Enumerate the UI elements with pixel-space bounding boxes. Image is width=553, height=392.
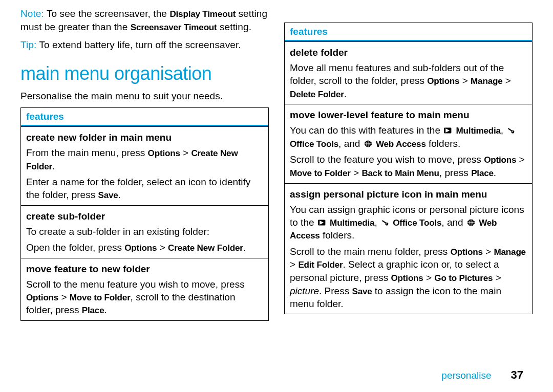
feature-name: move feature to new folder [26, 263, 263, 275]
officetools-icon [380, 219, 390, 227]
feature-step: Scroll to the menu feature you wish to m… [26, 278, 263, 317]
left-column: Note: To see the screensaver, the Displa… [20, 7, 269, 321]
feature-name: create sub-folder [26, 210, 263, 223]
features-header-left: features [21, 108, 268, 126]
feature-step: From the main menu, press Options > Crea… [26, 146, 263, 172]
features-table-right: features delete folder Move all menu fea… [284, 23, 533, 314]
section-heading: main menu organisation [20, 63, 269, 84]
feature-step: To create a sub-folder in an existing fo… [26, 225, 263, 238]
page: Note: To see the screensaver, the Displa… [0, 0, 553, 392]
feature-step: Enter a name for the folder, select an i… [26, 176, 263, 202]
officetools-icon [506, 126, 516, 135]
feature-row-delete-folder: delete folder Move all menu features and… [285, 41, 532, 104]
page-footer: personalise37 [441, 368, 523, 382]
ui-screensaver-timeout: Screensaver Timeout [131, 23, 217, 32]
tip-paragraph: Tip: To extend battery life, turn off th… [20, 38, 269, 51]
note-text-1: To see the screensaver, the [44, 8, 169, 19]
feature-name: move lower-level feature to main menu [290, 108, 527, 121]
feature-row-create-subfolder: create sub-folder To create a sub-folder… [21, 205, 268, 258]
feature-name: create new folder in main menu [26, 131, 263, 144]
feature-step: Scroll to the feature you wish to move, … [290, 153, 527, 179]
feature-step: Move all menu features and sub-folders o… [290, 61, 527, 100]
feature-row-create-folder: create new folder in main menu From the … [21, 126, 268, 205]
features-header-right: features [285, 23, 532, 41]
feature-step: You can assign graphic icons or personal… [290, 203, 527, 242]
feature-step: Open the folder, press Options > Create … [26, 241, 263, 254]
feature-row-assign-picture-icon: assign personal picture icon in main men… [285, 183, 532, 314]
ui-display-timeout: Display Timeout [169, 9, 236, 19]
feature-row-move-feature: move feature to new folder Scroll to the… [21, 258, 268, 320]
right-column: features delete folder Move all menu fea… [284, 7, 533, 321]
footer-section: personalise [441, 370, 491, 381]
feature-step: You can do this with features in the Mul… [290, 124, 527, 150]
feature-name: assign personal picture icon in main men… [290, 188, 527, 201]
webaccess-icon [363, 140, 373, 148]
columns: Note: To see the screensaver, the Displa… [20, 7, 533, 321]
feature-row-move-lower-level: move lower-level feature to main menu Yo… [285, 104, 532, 183]
tip-text: To extend battery life, turn off the scr… [36, 39, 241, 50]
feature-name: delete folder [290, 46, 527, 59]
note-label: Note: [20, 8, 44, 19]
feature-step: Scroll to the main menu folder, press Op… [290, 245, 527, 310]
tip-label: Tip: [20, 39, 36, 50]
footer-page-number: 37 [511, 368, 523, 381]
section-intro: Personalise the main menu to suit your n… [20, 90, 269, 102]
note-text-3: setting. [217, 21, 251, 32]
note-paragraph: Note: To see the screensaver, the Displa… [20, 7, 269, 33]
webaccess-icon [466, 219, 476, 227]
multimedia-icon [443, 126, 453, 135]
multimedia-icon [317, 219, 327, 227]
features-table-left: features create new folder in main menu … [20, 107, 269, 321]
